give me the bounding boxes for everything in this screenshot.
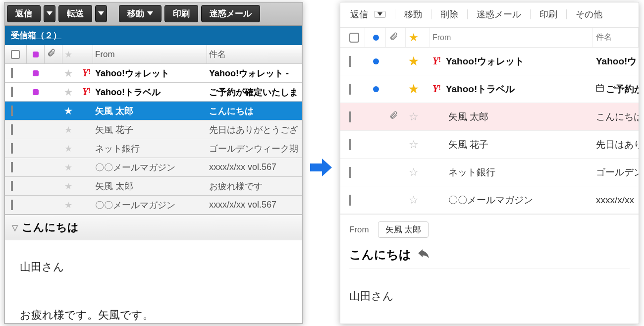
star-icon[interactable]: ☆ (409, 194, 419, 206)
row-from: Y! Yahoo!ウォレット (429, 55, 593, 68)
star-icon[interactable]: ☆ (409, 138, 419, 151)
svg-marker-1 (98, 11, 104, 15)
row-subject: ご予約が確定いたしま (207, 86, 302, 98)
row-checkbox[interactable] (11, 143, 13, 154)
star-icon[interactable]: ☆ (409, 166, 419, 178)
select-all-checkbox[interactable] (11, 50, 20, 59)
reply-button[interactable]: 返信 (7, 5, 41, 22)
row-checkbox[interactable] (349, 167, 351, 178)
inbox-bar[interactable]: 受信箱（２） (5, 26, 302, 45)
preview-subject: ▽ こんにちは (5, 215, 302, 240)
row-subject: xxxx/x/xx vol.567 (207, 200, 302, 210)
row-subject: こんにちは (207, 105, 302, 117)
row-from: 〇〇メールマガジン (93, 199, 207, 211)
mail-row[interactable]: ★ Y! Yahoo!トラベル ご予約が (340, 75, 639, 103)
select-all-checkbox[interactable] (349, 33, 359, 43)
mail-row[interactable]: ★ 矢風 花子 先日はありがとうござ (5, 120, 302, 139)
row-from: Y! Yahoo!トラベル (429, 83, 593, 96)
spam-button[interactable]: 迷惑メール (201, 5, 260, 22)
star-icon: ★ (64, 49, 72, 60)
preview-subject: こんにちは (349, 247, 630, 263)
star-icon[interactable]: ★ (64, 163, 72, 172)
move-button[interactable]: 移動 (119, 5, 161, 22)
row-subject: xxxx/x/xx vol.567 (207, 162, 302, 172)
row-subject: 先日はあり (593, 138, 639, 151)
mail-row[interactable]: ★ 〇〇メールマガジン xxxx/x/xx vol.567 (5, 196, 302, 215)
row-checkbox[interactable] (11, 87, 13, 97)
star-icon[interactable]: ★ (64, 200, 72, 210)
header-subject[interactable]: 件名 (207, 45, 302, 63)
star-icon[interactable]: ★ (64, 181, 72, 191)
old-toolbar: 返信 転送 移動 印刷 迷惑メール (5, 3, 302, 26)
star-icon: ★ (409, 31, 419, 44)
row-subject: お疲れ様です (207, 180, 302, 192)
row-subject: こんにちは (593, 110, 639, 123)
mail-row[interactable]: ★ 〇〇メールマガジン xxxx/x/xx vol.567 (5, 158, 302, 177)
reply-dropdown[interactable] (374, 11, 386, 18)
inbox-link: 受信箱（２） (11, 31, 61, 40)
yahoo-logo-icon: Y! (432, 83, 441, 95)
mail-row[interactable]: ☆ ネット銀行 ゴールデン (340, 159, 639, 186)
header-from[interactable]: From (429, 28, 593, 47)
row-checkbox[interactable] (11, 106, 13, 116)
header-from[interactable]: From (93, 45, 207, 63)
new-preview-pane: From 矢風 太郎 こんにちは 山田さん (340, 214, 639, 304)
spam-button[interactable]: 迷惑メール (475, 7, 523, 21)
star-icon[interactable]: ★ (409, 55, 419, 67)
mail-row[interactable]: ☆ 〇〇メールマガジン xxxx/x/xx (340, 186, 639, 214)
row-subject: 先日はありがとうござ (207, 124, 302, 136)
row-checkbox[interactable] (349, 56, 351, 67)
star-icon[interactable]: ☆ (409, 110, 419, 123)
forward-button[interactable]: 転送 (58, 5, 92, 22)
row-checkbox[interactable] (11, 181, 13, 191)
svg-marker-2 (147, 11, 153, 15)
chevron-down-icon[interactable]: ▽ (12, 223, 18, 232)
mail-row[interactable]: ★ Y! Yahoo!ウォレット Yahoo!ウォレット - (5, 64, 302, 83)
reply-button[interactable]: 返信 (348, 7, 388, 21)
row-checkbox[interactable] (349, 111, 351, 122)
star-icon[interactable]: ★ (64, 106, 72, 116)
mail-row[interactable]: ★ 矢風 太郎 お疲れ様です (5, 177, 302, 196)
star-icon[interactable]: ★ (64, 125, 72, 135)
mail-row[interactable]: ★ Y! Yahoo!ウォレット Yahoo!ウ (340, 48, 639, 75)
star-icon[interactable]: ★ (409, 83, 419, 95)
from-chip[interactable]: 矢風 太郎 (378, 221, 429, 238)
header-subject[interactable]: 件名 (593, 28, 639, 47)
old-mail-pane: 返信 転送 移動 印刷 迷惑メール 受信箱（２） ★ From 件名 (4, 2, 303, 324)
row-checkbox[interactable] (11, 124, 13, 135)
reply-icon[interactable] (418, 248, 429, 261)
mail-row[interactable]: ★ ネット銀行 ゴールデンウィーク期 (5, 139, 302, 158)
star-icon[interactable]: ★ (64, 68, 72, 78)
row-subject: xxxx/x/xx (593, 195, 639, 206)
row-checkbox[interactable] (11, 162, 13, 172)
row-checkbox[interactable] (349, 195, 351, 206)
star-icon[interactable]: ★ (64, 144, 72, 154)
flag-icon (33, 89, 39, 95)
attachment-icon (386, 111, 406, 122)
unread-icon (373, 35, 379, 41)
mail-row[interactable]: ★ 矢風 太郎 こんにちは (5, 102, 302, 120)
row-from: ネット銀行 (429, 166, 593, 179)
other-button[interactable]: その他 (574, 7, 604, 21)
flag-icon (33, 70, 39, 76)
row-checkbox[interactable] (11, 68, 13, 78)
old-preview-pane: ▽ こんにちは 山田さん お疲れ様です。矢風です。 (5, 215, 302, 324)
mail-row[interactable]: ☆ 矢風 花子 先日はあり (340, 131, 639, 159)
row-checkbox[interactable] (11, 200, 13, 210)
row-subject: Yahoo!ウ (593, 55, 639, 68)
print-button[interactable]: 印刷 (164, 5, 198, 22)
mail-row[interactable]: ☆ 矢風 太郎 こんにちは (340, 103, 639, 131)
row-from: 矢風 花子 (429, 138, 593, 151)
mail-row[interactable]: ★ Y! Yahoo!トラベル ご予約が確定いたしま (5, 83, 302, 102)
row-checkbox[interactable] (349, 84, 351, 95)
reply-dropdown[interactable] (44, 5, 55, 22)
star-icon[interactable]: ★ (64, 87, 72, 97)
unread-dot-icon (373, 58, 379, 64)
move-button[interactable]: 移動 (402, 7, 424, 21)
row-checkbox[interactable] (349, 139, 351, 150)
old-header-row: ★ From 件名 (5, 45, 302, 64)
preview-body: 山田さん (349, 269, 630, 304)
delete-button[interactable]: 削除 (438, 7, 460, 21)
forward-dropdown[interactable] (95, 5, 107, 22)
print-button[interactable]: 印刷 (537, 7, 559, 21)
